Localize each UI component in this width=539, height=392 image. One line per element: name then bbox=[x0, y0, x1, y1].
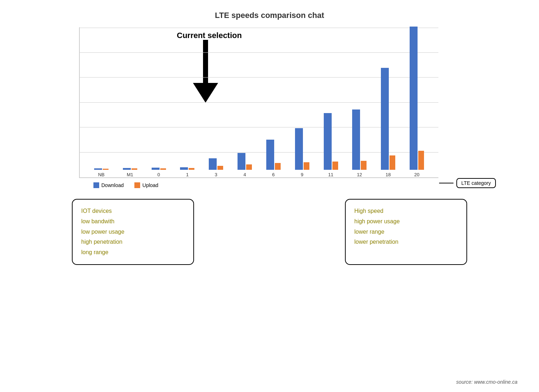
bar-pair-inner-20 bbox=[410, 27, 424, 170]
bar-pair-inner-M1 bbox=[123, 168, 137, 170]
bar-upload-M1 bbox=[132, 168, 137, 170]
bar-pair-18: 18 bbox=[381, 68, 395, 177]
info-boxes: IOT deviceslow bandwithlow power usagehi… bbox=[72, 199, 467, 265]
bar-pair-4: 4 bbox=[238, 153, 252, 177]
bar-label-NB: NB bbox=[98, 172, 105, 177]
bar-download-18 bbox=[381, 68, 389, 170]
bar-upload-6 bbox=[275, 163, 281, 170]
chart-legend: Download Upload bbox=[93, 182, 158, 188]
bar-pair-NB: NB bbox=[94, 168, 109, 177]
lte-category-container: LTE category bbox=[439, 178, 496, 188]
legend-download: Download bbox=[93, 182, 124, 188]
bar-label-20: 20 bbox=[414, 172, 419, 177]
bar-download-6 bbox=[266, 140, 274, 170]
bar-pair-inner-NB bbox=[94, 168, 109, 170]
bar-upload-1 bbox=[189, 168, 194, 170]
bar-label-0: 0 bbox=[157, 172, 160, 177]
bar-pair-inner-6 bbox=[266, 140, 281, 170]
bar-download-NB bbox=[94, 168, 102, 170]
bar-pair-6: 6 bbox=[266, 140, 281, 177]
info-right-line: lower range bbox=[354, 227, 458, 237]
bar-download-0 bbox=[152, 168, 160, 170]
bar-download-12 bbox=[352, 109, 360, 170]
bar-download-M1 bbox=[123, 168, 131, 170]
bar-pair-inner-1 bbox=[180, 167, 194, 170]
bar-upload-4 bbox=[246, 164, 252, 170]
bar-pair-12: 12 bbox=[352, 109, 367, 177]
lte-category-line bbox=[439, 183, 453, 183]
bar-label-1: 1 bbox=[186, 172, 189, 177]
bar-pair-inner-4 bbox=[238, 153, 252, 170]
bar-upload-9 bbox=[304, 162, 309, 170]
info-left-line: high penetration bbox=[81, 237, 185, 247]
info-left-line: long range bbox=[81, 247, 185, 258]
bar-pair-inner-9 bbox=[295, 128, 309, 170]
info-right-line: lower penetration bbox=[354, 237, 458, 247]
bar-upload-0 bbox=[160, 168, 166, 170]
bar-upload-12 bbox=[361, 161, 367, 170]
bar-label-4: 4 bbox=[243, 172, 246, 177]
bar-upload-20 bbox=[418, 151, 424, 170]
bar-pair-3: 3 bbox=[209, 158, 223, 177]
info-left-line: low power usage bbox=[81, 227, 185, 237]
legend-upload: Upload bbox=[134, 182, 158, 188]
bar-pair-11: 11 bbox=[324, 113, 338, 177]
chart-container: NBM101346911121820 LTE category bbox=[79, 27, 438, 178]
bar-pair-M1: M1 bbox=[123, 168, 137, 177]
bar-pair-0: 0 bbox=[152, 168, 166, 177]
page-wrapper: LTE speeds comparison chat Current selec… bbox=[0, 0, 539, 392]
bar-download-9 bbox=[295, 128, 303, 170]
info-left-line: IOT devices bbox=[81, 206, 185, 216]
bar-upload-3 bbox=[217, 166, 223, 170]
info-box-left: IOT deviceslow bandwithlow power usagehi… bbox=[72, 199, 194, 265]
bar-label-M1: M1 bbox=[127, 172, 133, 177]
bar-upload-11 bbox=[332, 162, 338, 170]
info-left-line: low bandwith bbox=[81, 216, 185, 227]
bar-download-1 bbox=[180, 167, 188, 170]
bar-pair-1: 1 bbox=[180, 167, 194, 177]
source-text: source: www.cmo-online.ca bbox=[456, 379, 517, 385]
chart-title: LTE speeds comparison chat bbox=[215, 11, 324, 20]
bar-download-11 bbox=[324, 113, 332, 170]
bar-pair-20: 20 bbox=[410, 27, 424, 177]
chart-area: Current selection NBM101346911121820 bbox=[72, 24, 467, 178]
bar-download-20 bbox=[410, 27, 418, 170]
bar-pair-inner-11 bbox=[324, 113, 338, 170]
legend-upload-color bbox=[134, 182, 140, 188]
legend-download-color bbox=[93, 182, 99, 188]
lte-category-box: LTE category bbox=[456, 178, 496, 188]
bar-pair-9: 9 bbox=[295, 128, 309, 177]
bar-download-3 bbox=[209, 158, 217, 170]
info-right-line: High speed bbox=[354, 206, 458, 216]
bar-label-11: 11 bbox=[328, 172, 333, 177]
bar-pair-inner-0 bbox=[152, 168, 166, 170]
bar-upload-18 bbox=[390, 155, 395, 170]
bar-pair-inner-3 bbox=[209, 158, 223, 170]
info-box-right: High speedhigh power usagelower rangelow… bbox=[345, 199, 467, 265]
bar-label-6: 6 bbox=[272, 172, 275, 177]
legend-upload-label: Upload bbox=[142, 182, 158, 188]
bar-label-18: 18 bbox=[386, 172, 391, 177]
bar-label-12: 12 bbox=[357, 172, 362, 177]
bar-upload-NB bbox=[103, 169, 109, 170]
bar-pair-inner-12 bbox=[352, 109, 367, 170]
legend-download-label: Download bbox=[101, 182, 124, 188]
bar-pair-inner-18 bbox=[381, 68, 395, 170]
bar-download-4 bbox=[238, 153, 245, 170]
bar-label-3: 3 bbox=[215, 172, 217, 177]
bar-label-9: 9 bbox=[301, 172, 303, 177]
info-right-line: high power usage bbox=[354, 216, 458, 227]
bars-group: NBM101346911121820 bbox=[80, 27, 438, 177]
